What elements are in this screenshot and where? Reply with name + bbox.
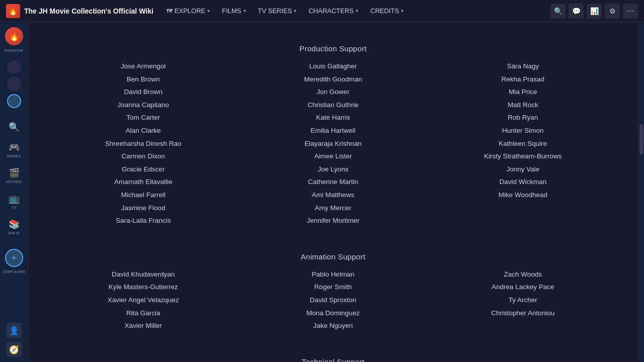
explore-map-icon: 🗺 [167,8,173,15]
name-andrea-lackey: Andrea Lackey Pace [492,282,554,293]
sidebar-profile-icon[interactable]: 👤 [7,323,22,338]
production-support-grid: Jose Armengol Ben Brown David Brown Joan… [48,61,618,226]
nav-credits[interactable]: CREDITS ▾ [365,4,409,18]
name-jonny-vale: Jonny Vale [506,164,539,175]
site-title: The JH Movie Collection's Official Wiki [24,7,153,15]
tv-label: TV [11,205,16,210]
name-ty-archer: Ty Archer [509,295,537,306]
name-jose-armengol: Jose Armengol [121,61,166,72]
name-elayaraja: Elayaraja Krishnan [304,138,361,149]
name-kirsty-strathearn: Kirsty Strathearn-Burrows [484,151,562,162]
characters-chevron-icon: ▾ [356,8,358,14]
films-chevron-icon: ▾ [244,8,246,14]
nav-explore[interactable]: 🗺 EXPLORE ▾ [162,4,215,18]
name-sara-laila: Sara-Laila Francis [116,215,171,226]
animation-support-title: Animation Support [48,252,618,261]
sidebar-compass-icon[interactable]: 🧭 [7,342,22,357]
production-col-2: Louis Gallagher Meredith Goodman Jon Gow… [238,61,428,226]
main-content: Production Support Jose Armengol Ben Bro… [28,22,638,362]
name-mona-dominguez: Mona Dominguez [306,308,360,319]
nav-items: 🗺 EXPLORE ▾ FILMS ▾ TV SERIES ▾ CHARACTE… [162,4,542,18]
name-jasmine-flood: Jasmine Flood [121,203,166,214]
name-mike-woodhead: Mike Woodhead [499,190,547,201]
sidebar-item-movies[interactable]: 🎬 MOVIES [3,164,25,187]
name-david-khuda: David Khudaverdyan [112,269,175,280]
sidebar-item-games[interactable]: 🎮 GAMES [3,139,25,161]
search-icon: 🔍 [9,122,20,133]
games-icon: 🎮 [9,142,20,153]
sidebar-item-search[interactable]: 🔍 [3,119,25,136]
nav-tvseries[interactable]: TV SERIES ▾ [253,4,302,18]
name-pablo-helman: Pablo Helman [312,269,355,280]
left-sidebar: 🔥 FANDOM 🔍 🎮 GAMES 🎬 MOVIES 📺 TV 📚 WIKIS… [0,22,28,362]
sidebar-bottom-icons: 👤 🧭 [7,323,22,357]
name-christian-guthrie: Christian Guthrie [307,100,358,111]
technical-support-title: Technical Support [48,357,618,362]
name-gracie-edscer: Gracie Edscer [122,164,165,175]
fandom-logo-icon: 🔥 [6,4,20,18]
sidebar-avatar-3[interactable] [7,94,21,108]
name-alan-clarke: Alan Clarke [126,125,161,136]
notifications-button[interactable]: 💬 [569,4,584,19]
animation-col-1: David Khudaverdyan Kyle Masters-Gutierre… [48,269,238,331]
name-shreeharsha: Shreeharsha Dinesh Rao [105,138,182,149]
name-meredith-goodman: Meredith Goodman [304,74,362,85]
name-jake-nguyen: Jake Nguyen [313,320,353,331]
name-xavier-miller: Xavier Miller [125,320,162,331]
animation-support-grid: David Khudaverdyan Kyle Masters-Gutierre… [48,269,618,331]
sidebar-item-wikis[interactable]: 📚 WIKIS [3,216,25,238]
sidebar-item-tv[interactable]: 📺 TV [3,190,25,213]
fandom-label: FANDOM [5,48,23,53]
name-joe-lyons: Joe Lyons [317,164,348,175]
name-hunter-simon: Hunter Simon [502,125,544,136]
right-scrollbar[interactable] [638,22,644,362]
nav-characters[interactable]: CHARACTERS ▾ [303,4,363,18]
explore-chevron-icon: ▾ [207,8,210,14]
start-wiki-button[interactable]: + [5,249,23,267]
name-tom-carter: Tom Carter [126,112,160,123]
animation-col-2: Pablo Helman Roger Smith David Sproxton … [238,269,428,331]
movies-icon: 🎬 [9,167,20,178]
credits-chevron-icon: ▾ [401,8,404,14]
name-ami-matthews: Ami Matthews [312,190,355,201]
name-rita-garcia: Rita Garcia [126,308,160,319]
name-christopher-antoniou: Christopher Antoniou [491,308,554,319]
tvseries-chevron-icon: ▾ [294,8,296,14]
more-button[interactable]: ⋯ [623,4,638,19]
name-sara-nagy: Sára Nagy [507,61,539,72]
search-button[interactable]: 🔍 [550,4,566,19]
movies-label: MOVIES [6,179,22,184]
site-logo[interactable]: 🔥 The JH Movie Collection's Official Wik… [6,4,153,18]
name-ben-brown: Ben Brown [127,74,160,85]
name-david-sproxton: David Sproxton [310,295,356,306]
settings-button[interactable]: ⚙ [605,4,620,19]
production-support-title: Production Support [48,44,618,53]
production-col-3: Sára Nagy Rekha Prasad Mia Price Matt Ro… [428,61,618,226]
page-layout: 🔥 FANDOM 🔍 🎮 GAMES 🎬 MOVIES 📺 TV 📚 WIKIS… [0,22,644,362]
name-matt-rock: Matt Rock [508,100,538,111]
name-david-brown: David Brown [124,86,163,98]
name-michael-farrell: Michael Farrell [121,190,166,201]
name-carmen-dixon: Carmen Dixon [122,151,165,162]
name-jon-gower: Jon Gower [316,86,349,98]
sidebar-avatar-1[interactable] [7,60,21,74]
name-kyle-masters: Kyle Masters-Gutierrez [109,282,178,293]
name-amy-mercer: Amy Mercer [315,203,352,214]
name-emilia-hartwell: Emilia Hartwell [310,125,355,136]
name-rob-ryan: Rob Ryan [508,112,538,123]
name-kathleen-squire: Kathleen Squire [499,138,547,149]
tv-icon: 📺 [9,193,20,204]
name-jennifer-mortimer: Jennifer Mortimer [306,215,359,226]
wikis-icon: 📚 [9,219,20,230]
spacer-2 [48,335,618,345]
name-rekha-prasad: Rekha Prasad [502,74,545,85]
name-amarnath: Amarnath Ellavallie [114,176,173,188]
sidebar-fandom-logo[interactable]: 🔥 [5,27,23,45]
name-aimee-lister: Aimee Lister [314,151,352,162]
name-mia-price: Mia Price [509,86,537,98]
scrollbar-thumb [639,124,643,154]
sidebar-avatar-2[interactable] [7,77,21,91]
activity-button[interactable]: 📊 [587,4,602,19]
nav-films[interactable]: FILMS ▾ [217,4,251,18]
spacer-1 [48,230,618,240]
